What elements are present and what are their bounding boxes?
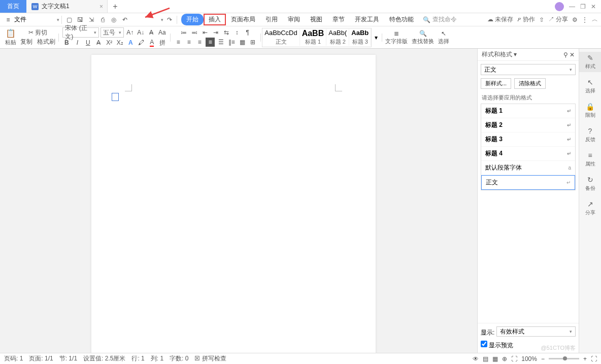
zoom-value[interactable]: 100% bbox=[521, 355, 537, 362]
style-gallery[interactable]: AaBbCcDd正文AaBB标题 1AaBb(标题 2AaBb标题 3 bbox=[262, 28, 372, 47]
maximize-button[interactable]: ❐ bbox=[580, 3, 586, 10]
undo-icon[interactable]: ↶ bbox=[120, 15, 130, 25]
superscript-button[interactable]: X² bbox=[105, 38, 114, 47]
sidebar-item-限制[interactable]: 🔒限制 bbox=[579, 101, 601, 121]
highlight-button[interactable]: 🖍 bbox=[137, 38, 146, 47]
styles-more-icon[interactable]: ▾ bbox=[372, 33, 381, 42]
bullets-button[interactable]: ≔ bbox=[179, 28, 188, 37]
print-icon[interactable]: ⎙ bbox=[97, 15, 108, 25]
increase-indent-button[interactable]: ⇥ bbox=[211, 28, 220, 37]
italic-button[interactable]: I bbox=[73, 38, 82, 47]
document-canvas[interactable] bbox=[0, 49, 477, 353]
close-panel-icon[interactable]: ✕ bbox=[570, 51, 575, 58]
menu-tab-7[interactable]: 开发工具 bbox=[350, 14, 384, 25]
text-layout-button[interactable]: ≣ 文字排版 bbox=[383, 30, 410, 45]
style-gallery-item[interactable]: AaBB标题 1 bbox=[300, 29, 327, 46]
current-style-select[interactable]: 正文▾ bbox=[481, 64, 576, 75]
command-search[interactable]: 🔍 查找命令 bbox=[423, 15, 457, 24]
tab-document[interactable]: W 文字文稿1 × bbox=[26, 0, 108, 13]
sidebar-item-选择[interactable]: ↖选择 bbox=[579, 76, 601, 96]
cut-button[interactable]: ✂ 剪切 bbox=[28, 28, 47, 37]
avatar[interactable] bbox=[555, 2, 564, 11]
style-list-item[interactable]: 标题 1↵ bbox=[481, 104, 575, 118]
preview-checkbox[interactable]: 显示预览 bbox=[481, 342, 513, 349]
justify-button[interactable]: ≡ bbox=[206, 38, 215, 47]
subscript-button[interactable]: X₂ bbox=[115, 38, 124, 47]
minimize-button[interactable]: — bbox=[569, 3, 575, 10]
new-style-button[interactable]: 新样式... bbox=[481, 78, 511, 89]
style-gallery-item[interactable]: AaBb(标题 2 bbox=[326, 29, 349, 46]
pin-icon[interactable]: ⚲ bbox=[563, 51, 568, 58]
status-col[interactable]: 列: 1 bbox=[151, 354, 163, 363]
tab-button[interactable]: ⇆ bbox=[222, 28, 231, 37]
style-list-item[interactable]: 标题 2↵ bbox=[481, 118, 575, 133]
sidebar-item-属性[interactable]: ≡属性 bbox=[579, 149, 601, 170]
sidebar-item-样式[interactable]: ✎样式 bbox=[579, 52, 601, 72]
unsaved-indicator[interactable]: ☁ 未保存 bbox=[487, 15, 513, 24]
style-list-item[interactable]: 标题 4↵ bbox=[481, 147, 575, 161]
decrease-indent-button[interactable]: ⇤ bbox=[201, 28, 210, 37]
strike-button[interactable]: A̶ bbox=[94, 38, 103, 47]
view-print-icon[interactable]: ▤ bbox=[483, 355, 488, 362]
view-web-icon[interactable]: ▦ bbox=[492, 355, 498, 362]
add-tab-button[interactable]: + bbox=[108, 0, 123, 13]
status-line[interactable]: 行: 1 bbox=[131, 354, 144, 363]
font-size-select[interactable]: 五号▾ bbox=[101, 27, 124, 38]
select-button[interactable]: ↖ 选择 bbox=[436, 30, 451, 45]
sort-button[interactable]: ↕ bbox=[232, 28, 242, 37]
style-list-item[interactable]: 默认段落字体a bbox=[481, 161, 575, 175]
preview-icon[interactable]: ◎ bbox=[109, 15, 119, 25]
status-spell[interactable]: ☒ 拼写检查 bbox=[194, 354, 226, 363]
style-gallery-item[interactable]: AaBb标题 3 bbox=[349, 29, 371, 46]
view-outline-icon[interactable]: ⊕ bbox=[502, 355, 507, 362]
bold-button[interactable]: B bbox=[62, 38, 71, 47]
menu-tab-3[interactable]: 引用 bbox=[260, 14, 283, 25]
numbering-button[interactable]: ≕ bbox=[190, 28, 199, 37]
save-icon[interactable]: 🖫 bbox=[75, 15, 85, 25]
share-button[interactable]: ↗ 分享 bbox=[548, 15, 568, 24]
menu-tab-5[interactable]: 视图 bbox=[305, 14, 327, 25]
menu-tab-0[interactable]: 开始 bbox=[181, 14, 204, 25]
open-icon[interactable]: ▢ bbox=[64, 15, 74, 25]
coop-button[interactable]: ዖ 协作 bbox=[517, 15, 535, 24]
copy-button[interactable]: 复制 bbox=[20, 38, 32, 46]
align-right-button[interactable]: ≡ bbox=[195, 38, 204, 47]
upload-icon[interactable]: ⇧ bbox=[539, 16, 544, 23]
zoom-fit-icon[interactable]: ⛶ bbox=[511, 355, 517, 362]
close-window-button[interactable]: ✕ bbox=[591, 3, 596, 10]
find-replace-button[interactable]: 🔍 查找替换 bbox=[410, 30, 436, 45]
status-pos[interactable]: 设置值: 2.5厘米 bbox=[83, 354, 125, 363]
menu-icon[interactable]: ≡ bbox=[3, 15, 13, 25]
export-icon[interactable]: ⇲ bbox=[86, 15, 96, 25]
shrink-font-icon[interactable]: A↓ bbox=[136, 28, 145, 37]
status-section[interactable]: 节: 1/1 bbox=[59, 354, 77, 363]
sidebar-item-分享[interactable]: ↗分享 bbox=[579, 198, 601, 218]
collapse-ribbon-icon[interactable]: ︿ bbox=[592, 15, 598, 24]
menu-tab-2[interactable]: 页面布局 bbox=[226, 14, 260, 25]
status-page[interactable]: 页面: 1/1 bbox=[29, 354, 53, 363]
clear-format-icon[interactable]: A̶ bbox=[147, 28, 156, 37]
style-gallery-item[interactable]: AaBbCcDd正文 bbox=[262, 29, 299, 46]
borders-button[interactable]: ⊞ bbox=[248, 38, 257, 47]
menu-tab-4[interactable]: 审阅 bbox=[283, 14, 305, 25]
menu-tab-8[interactable]: 特色功能 bbox=[384, 14, 419, 25]
page[interactable] bbox=[91, 55, 376, 353]
change-case-icon[interactable]: Aa bbox=[157, 28, 166, 37]
zoom-in-button[interactable]: + bbox=[583, 355, 587, 362]
underline-button[interactable]: U bbox=[83, 38, 92, 47]
zoom-out-button[interactable]: − bbox=[541, 355, 545, 362]
style-list-item[interactable]: 标题 3↵ bbox=[481, 133, 575, 147]
align-left-button[interactable]: ≡ bbox=[174, 38, 183, 47]
file-menu[interactable]: 文件 bbox=[14, 15, 26, 24]
line-spacing-button[interactable]: ‖≡ bbox=[227, 38, 236, 47]
format-painter-button[interactable]: 格式刷 bbox=[37, 38, 55, 46]
clear-format-button[interactable]: 清除格式 bbox=[514, 78, 546, 89]
show-marks-button[interactable]: ¶ bbox=[243, 28, 252, 37]
paste-group[interactable]: 📋 粘贴 bbox=[3, 28, 18, 46]
font-family-select[interactable]: 宋体 (正文)▾ bbox=[62, 27, 99, 38]
status-page-no[interactable]: 页码: 1 bbox=[4, 354, 23, 363]
text-effects-button[interactable]: A bbox=[126, 38, 135, 47]
align-center-button[interactable]: ≡ bbox=[184, 38, 193, 47]
menu-tab-1[interactable]: 插入 bbox=[204, 14, 226, 25]
sidebar-item-反馈[interactable]: ?反馈 bbox=[579, 125, 601, 145]
